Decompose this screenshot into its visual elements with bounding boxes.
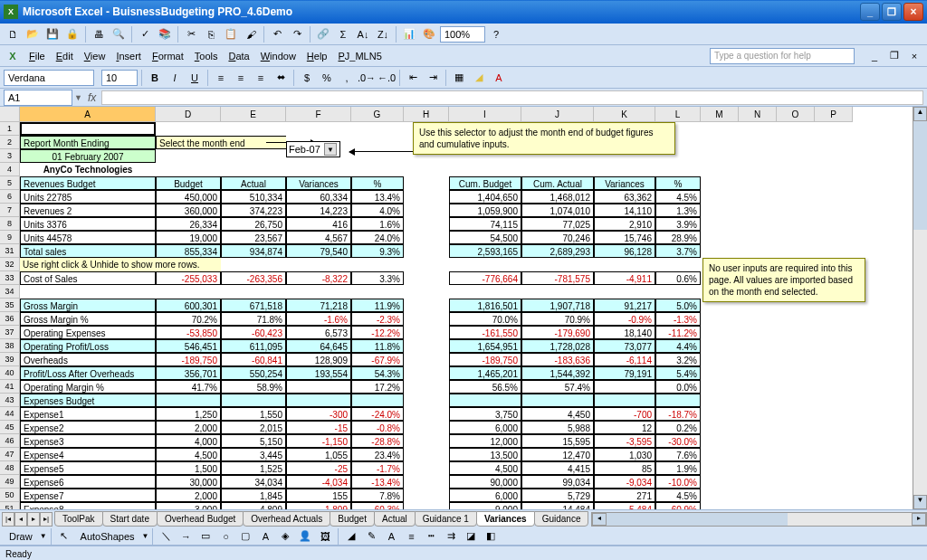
header-hdr_cum_budget-I[interactable]: Cum. Budget: [449, 176, 521, 190]
menu-tools[interactable]: Tools: [189, 49, 224, 63]
select-all-corner[interactable]: [0, 107, 20, 122]
cell-r6-2[interactable]: 60,334: [286, 190, 351, 204]
label-total-sales[interactable]: Total sales: [20, 244, 156, 258]
row-header-40[interactable]: 40: [0, 366, 19, 380]
menu-format[interactable]: Format: [147, 49, 189, 63]
cell-r7-5[interactable]: 1,074,010: [521, 204, 594, 217]
cell-r45-7[interactable]: 0.2%: [655, 421, 701, 434]
col-header-G[interactable]: G: [351, 107, 404, 121]
cell-r46-3[interactable]: -28.8%: [351, 434, 404, 448]
cell-r37-6[interactable]: 18,140: [594, 326, 655, 339]
cell-r9-0[interactable]: 19,000: [156, 231, 221, 244]
cell-r51-5[interactable]: 14,484: [521, 502, 594, 509]
cell-r31-7[interactable]: 3.7%: [655, 244, 701, 258]
cell-r51-4[interactable]: 9,000: [449, 502, 521, 509]
cell-r8-6[interactable]: 2,910: [594, 217, 655, 231]
line-color-button[interactable]: ✎: [362, 527, 380, 546]
label-cost-of-sales[interactable]: Cost of Sales: [20, 271, 156, 285]
cell-r51-6[interactable]: -5,484: [594, 502, 655, 509]
row-header-46[interactable]: 46: [0, 434, 19, 448]
row-header-6[interactable]: 6: [0, 190, 19, 204]
row-header-37[interactable]: 37: [0, 326, 19, 339]
menu-data[interactable]: Data: [223, 49, 254, 63]
row-header-43[interactable]: 43: [0, 394, 19, 407]
cell-r39-3[interactable]: -67.9%: [351, 353, 404, 366]
menu-help[interactable]: Help: [301, 49, 333, 63]
cell-r50-0[interactable]: 2,000: [156, 489, 221, 502]
cell-r7-7[interactable]: 1.3%: [655, 204, 701, 217]
sheet-tab-variances[interactable]: Variances: [476, 511, 535, 527]
cell-r39-1[interactable]: -60,841: [221, 353, 286, 366]
cell-r44-3[interactable]: -24.0%: [351, 407, 404, 421]
col-header-D[interactable]: D: [156, 107, 221, 121]
cell-r43-F[interactable]: [286, 394, 351, 407]
borders-button[interactable]: ▦: [450, 69, 468, 87]
redo-button[interactable]: ↷: [288, 25, 306, 43]
cell-r40-5[interactable]: 1,544,392: [521, 366, 594, 380]
cell-r35-6[interactable]: 91,217: [594, 299, 655, 312]
cell-r6-5[interactable]: 1,468,012: [521, 190, 594, 204]
row-header-2[interactable]: 2: [0, 136, 19, 149]
row-header-48[interactable]: 48: [0, 461, 19, 475]
cell-r37-4[interactable]: -161,550: [449, 326, 521, 339]
align-left-button[interactable]: ≡: [212, 69, 230, 87]
row-header-47[interactable]: 47: [0, 448, 19, 461]
cell-r48-5[interactable]: 4,415: [521, 461, 594, 475]
decrease-decimal-button[interactable]: ←.0: [377, 69, 396, 87]
cell-r51-3[interactable]: -60.3%: [351, 502, 404, 509]
row-header-35[interactable]: 35: [0, 299, 19, 312]
col-header-F[interactable]: F: [286, 107, 351, 121]
menu-pj_mln5[interactable]: PJ_MLN5: [332, 49, 387, 63]
cell-r43-D[interactable]: [156, 394, 221, 407]
cell-r48-1[interactable]: 1,525: [221, 461, 286, 475]
menu-edit[interactable]: Edit: [51, 49, 79, 63]
cell-r6-6[interactable]: 63,362: [594, 190, 655, 204]
col-header-J[interactable]: J: [521, 107, 594, 121]
rectangle-button[interactable]: ▭: [196, 527, 215, 546]
cell-r49-7[interactable]: -10.0%: [655, 475, 701, 489]
close-button[interactable]: ×: [903, 3, 923, 21]
cell-r7-1[interactable]: 374,223: [221, 204, 286, 217]
row-header-9[interactable]: 9: [0, 231, 19, 244]
cell-r37-1[interactable]: -60,423: [221, 326, 286, 339]
cell-r48-2[interactable]: -25: [286, 461, 351, 475]
row-header-32[interactable]: 32: [0, 258, 19, 271]
cell-r41-6[interactable]: [594, 380, 655, 394]
underline-button[interactable]: U: [186, 69, 204, 87]
sort-asc-button[interactable]: A↓: [354, 25, 372, 43]
cell-r45-2[interactable]: -15: [286, 421, 351, 434]
cell-r44-2[interactable]: -300: [286, 407, 351, 421]
autosum-button[interactable]: Σ: [334, 25, 352, 43]
cut-button[interactable]: ✂: [182, 25, 200, 43]
paste-button[interactable]: 📋: [222, 25, 240, 43]
row-header-7[interactable]: 7: [0, 204, 19, 217]
clipart-button[interactable]: 👤: [296, 527, 314, 546]
spelling-button[interactable]: ✓: [136, 25, 154, 43]
cell-r36-7[interactable]: -1.3%: [655, 312, 701, 326]
cell-r33-0[interactable]: -255,033: [156, 271, 221, 285]
chart-button[interactable]: 📊: [400, 25, 418, 43]
cell-r31-2[interactable]: 79,540: [286, 244, 351, 258]
cell-r44-6[interactable]: -700: [594, 407, 655, 421]
label-units2[interactable]: Revenues 2: [20, 204, 156, 217]
cell-r50-6[interactable]: 271: [594, 489, 655, 502]
col-header-H[interactable]: H: [404, 107, 449, 121]
label-overheads[interactable]: Overheads: [20, 353, 156, 366]
cell-r36-4[interactable]: 70.0%: [449, 312, 521, 326]
cell-r36-1[interactable]: 71.8%: [221, 312, 286, 326]
sheet-tab-budget[interactable]: Budget: [330, 511, 375, 527]
cell-r47-5[interactable]: 12,470: [521, 448, 594, 461]
cell-r44-1[interactable]: 1,550: [221, 407, 286, 421]
cell-r51-2[interactable]: -1,809: [286, 502, 351, 509]
cell-r6-1[interactable]: 510,334: [221, 190, 286, 204]
label-exp6[interactable]: Expense6: [20, 475, 156, 489]
label-op_margin_pct[interactable]: Operating Margin %: [20, 380, 156, 394]
cell-r44-7[interactable]: -18.7%: [655, 407, 701, 421]
row-header-4[interactable]: 4: [0, 163, 19, 176]
permission-button[interactable]: 🔒: [63, 25, 81, 43]
cell-r45-0[interactable]: 2,000: [156, 421, 221, 434]
label-exp8[interactable]: Expense8: [20, 502, 156, 509]
cell-r31-0[interactable]: 855,334: [156, 244, 221, 258]
cell-r38-4[interactable]: 1,654,951: [449, 339, 521, 353]
label-exp3[interactable]: Expense3: [20, 434, 156, 448]
